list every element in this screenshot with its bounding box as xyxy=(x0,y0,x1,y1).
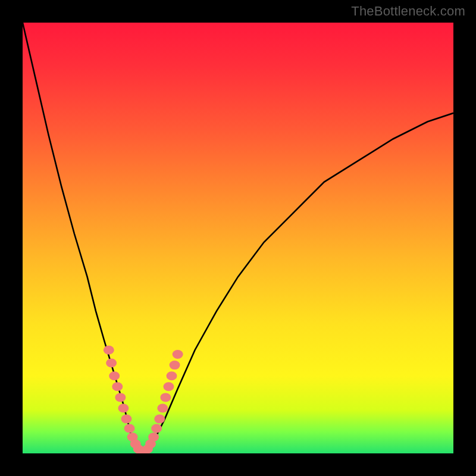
marker-point xyxy=(127,433,138,441)
marker-point xyxy=(124,424,135,433)
marker-point xyxy=(121,415,131,424)
marker-point xyxy=(112,382,123,391)
watermark-text: TheBottleneck.com xyxy=(351,4,465,19)
marker-point xyxy=(170,361,180,369)
highlighted-points-group xyxy=(104,346,183,453)
bottleneck-curve xyxy=(23,23,453,451)
marker-point xyxy=(106,358,117,367)
marker-point xyxy=(173,350,183,359)
chart-plot-area xyxy=(23,23,453,453)
marker-point xyxy=(154,415,165,424)
marker-point xyxy=(157,403,168,412)
marker-point xyxy=(130,440,141,449)
marker-point xyxy=(118,403,129,412)
marker-point xyxy=(115,393,126,402)
marker-point xyxy=(160,393,171,402)
marker-point xyxy=(151,424,162,433)
marker-point xyxy=(167,371,177,380)
marker-point xyxy=(145,440,156,449)
marker-point xyxy=(139,447,150,453)
marker-point xyxy=(104,346,114,355)
marker-point xyxy=(148,433,159,441)
marker-point xyxy=(109,371,120,380)
chart-frame: TheBottleneck.com xyxy=(0,0,476,476)
marker-point xyxy=(142,444,153,453)
chart-overlay-svg xyxy=(23,23,453,453)
marker-point xyxy=(133,444,144,453)
marker-point xyxy=(163,382,174,391)
marker-point xyxy=(136,447,147,453)
